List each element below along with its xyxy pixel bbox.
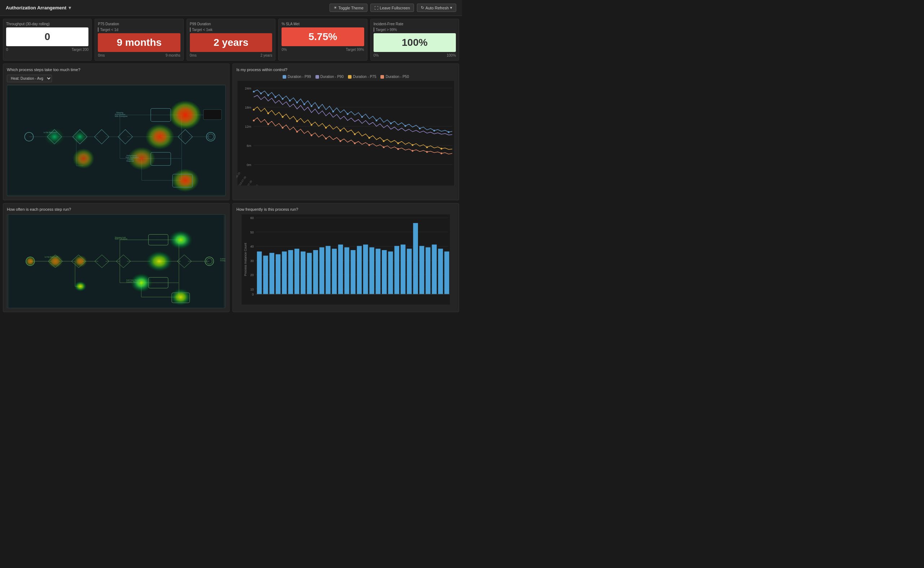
kpi-incident-free-target: Target > 99% bbox=[374, 27, 456, 32]
svg-rect-220 bbox=[419, 246, 424, 295]
svg-point-106 bbox=[426, 151, 428, 153]
title-dropdown-icon[interactable]: ▾ bbox=[69, 5, 71, 11]
svg-point-105 bbox=[412, 150, 414, 152]
legend-p50-label: Duration - P50 bbox=[386, 75, 408, 79]
frequency-heatmap-panel: How often is each process step run? bbox=[3, 203, 230, 312]
kpi-sla: % SLA Met 5.75% 0% Target 99% bbox=[278, 19, 367, 60]
svg-rect-194 bbox=[257, 252, 262, 294]
svg-point-81 bbox=[268, 113, 269, 115]
kpi-p99-bar: 2 years bbox=[190, 33, 272, 52]
kpi-p99-range: 0ms 2 years bbox=[190, 53, 272, 57]
line-chart-legend: Duration - P99 Duration - P90 Duration -… bbox=[236, 75, 455, 79]
svg-text:Is File Required?: Is File Required? bbox=[44, 131, 57, 133]
line-chart-panel: Is my process within control? Duration -… bbox=[233, 63, 459, 200]
legend-p75: Duration - P75 bbox=[348, 75, 376, 79]
svg-rect-203 bbox=[313, 250, 318, 294]
svg-point-158 bbox=[74, 281, 87, 292]
svg-point-63 bbox=[268, 95, 269, 96]
svg-text:18m: 18m bbox=[245, 106, 251, 109]
svg-point-79 bbox=[448, 131, 450, 133]
svg-rect-214 bbox=[382, 250, 387, 294]
svg-rect-199 bbox=[288, 250, 293, 294]
heatmap-select[interactable]: Heat: Duration - Avg bbox=[7, 75, 52, 82]
svg-point-94 bbox=[253, 120, 255, 122]
toggle-theme-button[interactable]: ☀ Toggle Theme bbox=[330, 4, 368, 12]
frequency-heatmap-svg: Is File Required? Shipping Auth With Con… bbox=[7, 215, 225, 308]
svg-text:60: 60 bbox=[251, 216, 254, 220]
svg-rect-204 bbox=[319, 247, 324, 294]
svg-point-22 bbox=[169, 100, 202, 130]
kpi-p99-target: Target < 1wk bbox=[190, 27, 272, 32]
auto-refresh-button[interactable]: ↻ Auto Refresh ▾ bbox=[417, 4, 456, 12]
svg-point-64 bbox=[275, 96, 277, 98]
app-title: Authorization Arrangement ▾ bbox=[6, 5, 71, 11]
title-text: Authorization Arrangement bbox=[6, 5, 67, 11]
svg-point-25 bbox=[171, 169, 199, 192]
svg-point-155 bbox=[170, 288, 192, 306]
svg-rect-207 bbox=[338, 245, 343, 294]
kpi-p99-title: P99 Duration bbox=[190, 22, 272, 26]
svg-point-26 bbox=[73, 148, 94, 169]
svg-text:30: 30 bbox=[251, 259, 254, 263]
refresh-icon: ↻ bbox=[421, 5, 424, 10]
svg-text:0m: 0m bbox=[247, 163, 251, 167]
bar-chart-title: How frequently is this process run? bbox=[236, 207, 455, 211]
svg-rect-210 bbox=[357, 246, 361, 295]
fullscreen-icon: ⛶ bbox=[374, 6, 378, 10]
svg-rect-212 bbox=[369, 247, 374, 294]
bottom-charts-row: How often is each process step run? bbox=[0, 203, 462, 315]
svg-point-100 bbox=[340, 140, 342, 142]
svg-rect-211 bbox=[363, 245, 368, 294]
heatmap-title: Which process steps take too much time? bbox=[7, 68, 225, 72]
svg-rect-50 bbox=[237, 81, 454, 186]
heatmap-svg: Is File Required? Shipping Authorization… bbox=[7, 85, 225, 196]
svg-rect-222 bbox=[432, 245, 436, 294]
legend-p99-dot bbox=[283, 75, 286, 79]
svg-point-23 bbox=[145, 124, 175, 150]
legend-p50-dot bbox=[380, 75, 384, 79]
svg-point-152 bbox=[168, 230, 193, 250]
svg-point-71 bbox=[333, 111, 334, 113]
svg-point-69 bbox=[311, 105, 313, 107]
svg-point-92 bbox=[426, 147, 428, 148]
kpi-p75-title: P75 Duration bbox=[98, 22, 180, 26]
svg-rect-219 bbox=[413, 223, 418, 294]
svg-rect-223 bbox=[438, 249, 443, 294]
svg-point-70 bbox=[318, 107, 320, 109]
svg-point-157 bbox=[73, 255, 88, 268]
kpi-incident-free-title: Incident-Free Rate bbox=[374, 22, 456, 26]
fullscreen-label: Leave Fullscreen bbox=[380, 6, 410, 10]
svg-text:24m: 24m bbox=[245, 87, 251, 90]
toggle-theme-label: Toggle Theme bbox=[339, 6, 364, 10]
svg-rect-196 bbox=[269, 253, 274, 294]
svg-rect-224 bbox=[444, 252, 449, 294]
frequency-heatmap-diagram: Is File Required? Shipping Auth With Con… bbox=[7, 215, 225, 308]
svg-text:12m: 12m bbox=[245, 125, 251, 128]
kpi-p75: P75 Duration Target < 1d 9 months 0ms 9 … bbox=[95, 19, 183, 60]
svg-point-93 bbox=[441, 148, 443, 150]
svg-point-67 bbox=[296, 102, 298, 104]
legend-p99: Duration - P99 bbox=[283, 75, 311, 79]
kpi-p75-value: 9 months bbox=[116, 37, 161, 48]
legend-p90-label: Duration - P90 bbox=[321, 75, 343, 79]
svg-point-91 bbox=[412, 144, 414, 146]
svg-rect-197 bbox=[276, 254, 280, 295]
svg-point-76 bbox=[405, 125, 407, 127]
kpi-incident-free-value: 100% bbox=[402, 37, 428, 48]
svg-rect-216 bbox=[395, 246, 399, 295]
svg-rect-195 bbox=[263, 255, 268, 294]
svg-text:10: 10 bbox=[251, 288, 254, 291]
kpi-sla-bar: 5.75% bbox=[281, 27, 364, 46]
bar-chart-panel: How frequently is this process run? Proc… bbox=[233, 203, 459, 312]
kpi-p75-target: Target < 1d bbox=[98, 27, 180, 32]
svg-point-74 bbox=[376, 120, 378, 122]
svg-point-95 bbox=[268, 124, 269, 125]
svg-rect-202 bbox=[307, 253, 312, 294]
svg-rect-213 bbox=[376, 249, 380, 294]
auto-refresh-label: Auto Refresh bbox=[425, 6, 449, 10]
leave-fullscreen-button[interactable]: ⛶ Leave Fullscreen bbox=[371, 4, 414, 12]
header-buttons: ☀ Toggle Theme ⛶ Leave Fullscreen ↻ Auto… bbox=[330, 4, 457, 12]
legend-p99-label: Duration - P99 bbox=[288, 75, 311, 79]
legend-p90-dot bbox=[316, 75, 319, 79]
svg-point-83 bbox=[296, 121, 298, 122]
